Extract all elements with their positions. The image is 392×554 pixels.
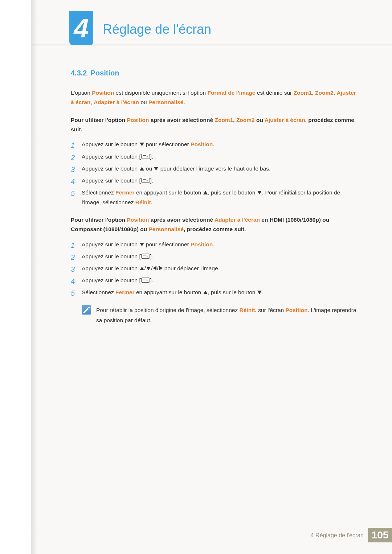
step-4: 4 Appuyez sur le bouton []. [71,275,358,285]
step-5: 5 Sélectionnez Fermer en appuyant sur le… [71,188,358,207]
procedure-steps-2: 1 Appuyez sur le bouton pour sélectionne… [71,239,358,297]
arrow-down-icon [257,291,262,294]
text: ou [144,165,154,172]
step-1: 1 Appuyez sur le bouton pour sélectionne… [71,239,358,249]
text: est définie sur [255,90,293,96]
text: ]. [150,253,154,259]
term-fermer: Fermer [115,189,135,196]
term-adapter: Adapter à l'écran [215,217,260,223]
term-ajuster: Ajuster à écran [265,117,305,123]
arrow-down-icon [140,143,144,146]
text: . [262,289,264,295]
term-zoom1: Zoom1 [294,90,312,96]
step-number: 1 [71,139,79,152]
step-1: 1 Appuyez sur le bouton pour sélectionne… [71,139,358,149]
text: Appuyez sur le bouton [ [82,177,141,184]
arrow-down-icon [154,167,158,171]
arrow-up-icon [203,291,208,294]
term-position: Position [191,241,213,247]
text: Sélectionnez [82,289,115,295]
arrow-down-icon [140,243,144,246]
note-block: Pour rétablir la position d'origine de l… [82,305,358,325]
arrow-up-icon [140,267,144,270]
term-reinit: Réinit. [240,307,257,313]
procedure-steps-1: 1 Appuyez sur le bouton pour sélectionne… [71,139,358,207]
term-adapter: Adapter à l'écran [94,99,139,105]
procedure-lead-2: Pour utiliser l'option Position après av… [71,215,358,234]
text: , [312,90,315,96]
text: , [233,117,236,123]
note-icon [82,305,91,315]
text: Pour utiliser l'option [71,117,127,123]
chapter-title: Réglage de l'écran [103,22,211,37]
arrow-right-icon [159,266,163,270]
text: ]. [150,153,154,160]
step-number: 1 [71,239,79,252]
step-number: 5 [71,187,79,200]
step-4: 4 Appuyez sur le bouton []. [71,176,358,185]
term-personnalise: Personnalisé [148,99,184,105]
text: Sélectionnez [82,189,115,196]
text: Pour rétablir la position d'origine de l… [96,307,240,313]
term-position: Position [286,307,308,313]
text: , [90,99,94,105]
text: après avoir sélectionné [149,217,215,223]
text: . [213,241,214,247]
section-heading: 4.3.2Position [71,69,358,77]
arrow-down-icon [146,267,151,270]
text: Appuyez sur le bouton [ [82,153,141,160]
text: est disponible uniquement si l'option [114,90,207,96]
enter-button-icon [141,178,150,183]
text: Appuyez sur le bouton [ [82,253,141,259]
text: Appuyez sur le bouton [82,265,139,271]
text: , procédez comme suit. [184,226,246,232]
text: pour sélectionner [144,241,191,247]
text: . [152,199,154,205]
text: Appuyez sur le bouton [82,165,139,172]
step-2: 2 Appuyez sur le bouton []. [71,152,358,161]
procedure-lead-1: Pour utiliser l'option Position après av… [71,115,358,135]
footer-page-number: 105 [368,528,392,542]
arrow-up-icon [140,167,144,171]
term-personnalise: Personnalisé [148,226,184,232]
text: ]. [150,177,154,184]
text: Pour utiliser l'option [71,217,127,223]
term-fermer: Fermer [115,289,135,295]
footer-chapter-title: 4 Réglage de l'écran [311,532,364,539]
text: Appuyez sur le bouton [ [82,277,141,283]
term-format-image: Format de l'image [207,90,255,96]
text: . [183,99,185,105]
chapter-number-badge: 4 [69,11,93,45]
text: ou [139,99,148,105]
intro-paragraph: L'option Position est disponible uniquem… [71,88,358,107]
text: L'option [71,90,92,96]
term-position: Position [191,141,213,147]
text: pour sélectionner [144,141,191,147]
text: , puis sur le bouton [208,189,257,196]
text: ou [255,117,265,123]
text: en appuyant sur le bouton [135,289,203,295]
step-number: 2 [71,251,79,264]
term-position: Position [127,217,149,223]
step-number: 4 [71,175,79,188]
step-3: 3 Appuyez sur le bouton /// pour déplace… [71,263,358,273]
text: sur l'écran [257,307,286,313]
text: pour déplacer l'image vers le haut ou le… [159,165,270,172]
section-number: 4.3.2 [71,69,87,77]
enter-button-icon [141,254,150,259]
text: Appuyez sur le bouton [82,241,139,247]
text: , puis sur le bouton [208,289,257,295]
text: en appuyant sur le bouton [135,189,203,196]
step-number: 3 [71,263,79,276]
arrow-left-icon [153,266,156,270]
step-3: 3 Appuyez sur le bouton ou pour déplacer… [71,164,358,173]
section-title: Position [90,69,119,77]
enter-button-icon [141,278,150,283]
page-footer: 4 Réglage de l'écran 105 [31,528,392,542]
arrow-up-icon [203,191,208,194]
text: ]. [150,277,154,283]
step-number: 2 [71,151,79,164]
term-position: Position [127,117,149,123]
text: Appuyez sur le bouton [82,141,139,147]
term-zoom2: Zoom2 [236,117,255,123]
